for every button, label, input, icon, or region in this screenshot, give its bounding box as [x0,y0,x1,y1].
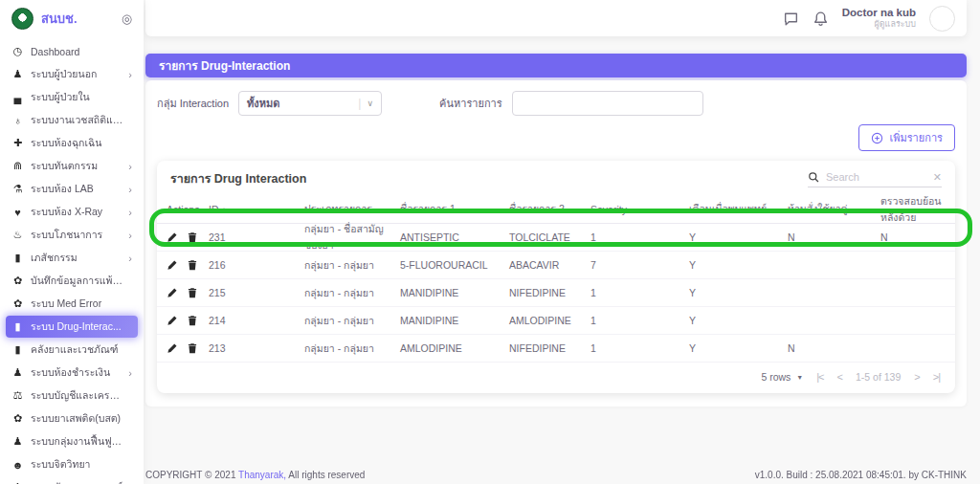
nutrition-icon: ♨ [11,229,24,241]
sidebar-item-accounting[interactable]: ⚖ ระบบบัญชีและเครดิต... [6,385,138,407]
sidebar-item-drug-allergy[interactable]: ✿ บันทึกข้อมูลการแพ้ยา... [6,270,138,292]
sidebar-item-medical-statistics[interactable]: ♁ ระบบงานเวชสถิติและ... [6,109,138,131]
page-title: รายการ Drug-Interaction [159,56,290,75]
table-search-input[interactable] [826,171,927,183]
lab-icon: ⚗ [11,183,24,195]
xray-icon: ♥ [11,207,24,218]
chevron-right-icon: › [128,161,132,172]
chevron-right-icon: › [128,253,132,264]
sidebar-item-inpatient[interactable]: ▄ ระบบผู้ป่วยใน [6,86,138,108]
chevron-down-icon: ▼ [796,374,803,381]
col-forbid-pair[interactable]: ห้ามสั่งใช้ยาคู่ [788,201,880,217]
add-item-button[interactable]: เพิ่มรายการ [858,124,955,151]
edit-icon[interactable] [167,231,178,243]
filter-row: กลุ่ม Interaction ทั้งหมด | ∨ ค้นหารายกา… [157,90,955,117]
edit-icon[interactable] [167,315,178,326]
col-retro-check[interactable]: ตรวจสอบย้อนหลังด้วย [880,193,946,226]
page-title-bar: รายการ Drug-Interaction [145,54,967,77]
table-header-row: Actions ID↓ ประเภทรายการ ชื่อรายการ 1 ชื… [157,195,955,224]
rows-per-page-select[interactable]: 5 rows ▼ [761,371,803,383]
delete-icon[interactable] [187,231,198,243]
table-row[interactable]: 213 กลุ่มยา - กลุ่มยา AMLODIPINE NIFEDIP… [157,335,955,363]
sidebar: สนบช. ◎ ◷ Dashboard ♟ ระบบผู้ป่วยนอก › ▄… [0,0,144,484]
pagination-range: 1-5 of 139 [856,371,901,383]
toolbar: เพิ่มรายการ [157,124,955,151]
col-name2[interactable]: ชื่อรายการ 2 [509,201,590,217]
pagination: 5 rows ▼ |< < 1-5 of 139 > >| [157,363,955,393]
table-row[interactable]: 214 กลุ่มยา - กลุ่มยา MANIDIPINE AMLODIP… [157,307,955,335]
first-page-button[interactable]: |< [816,371,823,383]
user-name: Doctor na kub [842,7,916,19]
clear-search-icon[interactable]: ✕ [933,171,942,184]
sidebar-item-drug-interaction[interactable]: ▮ ระบบ Drug-Interac... [6,316,138,338]
sidebar-item-outpatient[interactable]: ♟ ระบบผู้ป่วยนอก › [6,63,138,85]
medical-statistics-icon: ♁ [11,115,24,126]
drug-interaction-icon: ▮ [11,320,24,333]
footer: COPYRIGHT © 2021 Thanyarak, All rights r… [145,470,967,480]
sidebar-item-pharmacy[interactable]: ▮ เภสัชกรรม › [6,247,138,269]
edit-icon[interactable] [167,259,178,271]
app-logo [11,8,33,30]
table-row[interactable]: 215 กลุ่มยา - กลุ่มยา MANIDIPINE NIFEDIP… [157,279,955,307]
last-page-button[interactable]: >| [933,371,940,383]
table-row[interactable]: 231 กลุ่มยา - ชื่อสามัญของยา ANTISEPTIC … [157,224,955,252]
sidebar-item-rehabilitation[interactable]: ♟ ระบบกลุ่มงานฟื้นฟูสม... [6,430,138,452]
col-name1[interactable]: ชื่อรายการ 1 [400,201,509,217]
chevron-right-icon: › [128,207,132,218]
table-row[interactable]: 216 กลุ่มยา - กลุ่มยา 5-FLUOROURACIL ABA… [157,252,955,279]
chat-icon[interactable] [783,11,799,27]
drug-interaction-table: Actions ID↓ ประเภทรายการ ชื่อรายการ 1 ชื… [157,195,955,363]
sidebar-item-lab[interactable]: ⚗ ระบบห้อง LAB › [6,178,138,200]
sidebar-collapse-toggle-icon[interactable]: ◎ [122,11,132,26]
search-icon [808,171,820,184]
sidebar-header: สนบช. ◎ [0,0,144,36]
col-type[interactable]: ประเภทรายการ [304,201,400,217]
chevron-right-icon: › [128,367,132,379]
thanyarak-link[interactable]: Thanyarak, [238,470,286,480]
next-page-button[interactable]: > [914,371,919,383]
main-area: Doctor na kub ผู้ดูแลระบบ รายการ Drug-In… [144,0,980,484]
sidebar-item-narcotics[interactable]: ✿ ระบบยาเสพติด(บสต) [6,407,138,429]
sidebar-item-xray[interactable]: ♥ ระบบห้อง X-Ray › [6,201,138,223]
col-warn-on-visit[interactable]: เตือนเมื่อพบแพทย์ [689,201,788,217]
col-severity[interactable]: Severity [590,204,689,215]
rehabilitation-icon: ♟ [11,435,24,448]
sidebar-item-social-work[interactable]: ♟ ระบบสังคมสงเคราะห์ [6,476,138,484]
sidebar-menu: ◷ Dashboard ♟ ระบบผู้ป่วยนอก › ▄ ระบบผู้… [0,36,144,484]
edit-icon[interactable] [167,287,178,298]
delete-icon[interactable] [187,259,198,271]
psychology-icon: ☻ [11,459,24,471]
user-avatar[interactable] [929,6,955,32]
drug-warehouse-icon: ▮ [11,343,24,356]
sidebar-item-psychology[interactable]: ☻ ระบบจิตวิทยา [6,453,138,475]
sidebar-item-med-error[interactable]: ✿ ระบบ Med Error [6,293,138,315]
plus-circle-icon [871,132,883,144]
delete-icon[interactable] [187,315,198,326]
user-role: ผู้ดูแลระบบ [842,19,916,29]
delete-icon[interactable] [187,342,198,354]
prev-page-button[interactable]: < [837,371,842,383]
sidebar-item-dental[interactable]: ⋒ ระบบทันตกรรม › [6,155,138,177]
sidebar-item-drug-warehouse[interactable]: ▮ คลังยาและเวชภัณฑ์ [6,339,138,361]
top-navbar: Doctor na kub ผู้ดูแลระบบ [145,0,967,36]
sidebar-item-emergency[interactable]: ✚ ระบบห้องฉุกเฉิน [6,132,138,154]
col-id[interactable]: ID↓ [209,204,304,215]
dashboard-icon: ◷ [11,45,24,57]
search-list-input[interactable] [512,91,703,116]
delete-icon[interactable] [187,287,198,298]
interaction-group-select[interactable]: ทั้งหมด | ∨ [238,91,382,116]
accounting-icon: ⚖ [11,389,24,402]
sort-desc-icon: ↓ [222,205,227,215]
drug-allergy-icon: ✿ [11,275,24,287]
sidebar-item-dashboard[interactable]: ◷ Dashboard [6,40,138,62]
table-body: 231 กลุ่มยา - ชื่อสามัญของยา ANTISEPTIC … [157,224,955,363]
bell-icon[interactable] [813,11,829,27]
chevron-right-icon: › [128,184,132,195]
search-list-label: ค้นหารายการ [439,95,502,112]
interaction-group-value: ทั้งหมด [247,95,352,112]
sidebar-item-nutrition[interactable]: ♨ ระบบโภชนาการ › [6,224,138,246]
pharmacy-icon: ▮ [11,252,24,264]
sidebar-item-cashier[interactable]: ♟ ระบบห้องชำระเงิน › [6,362,138,384]
user-menu[interactable]: Doctor na kub ผู้ดูแลระบบ [842,7,916,30]
edit-icon[interactable] [167,342,178,354]
